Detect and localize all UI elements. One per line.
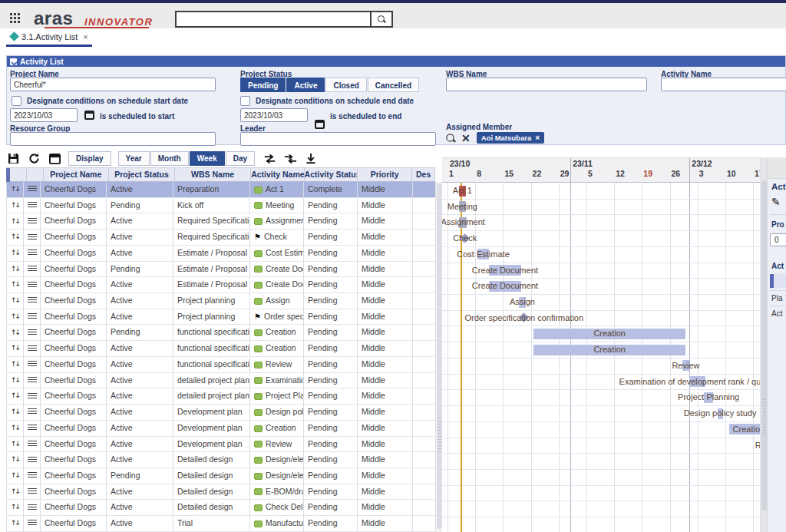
table-row[interactable]: ↑↓Cheerful DogsPendingDetailed designDes… (7, 468, 436, 484)
row-drag-handle-icon[interactable]: ↑↓ (11, 277, 19, 292)
column-header-wbs-name[interactable]: WBS Name (175, 168, 251, 181)
row-menu-icon[interactable] (28, 504, 37, 511)
row-menu-icon[interactable] (28, 329, 37, 336)
row-drag-handle-icon[interactable]: ↑↓ (11, 516, 19, 531)
table-row[interactable]: ↑↓Cheerful DogsActivefunctional specific… (7, 341, 436, 357)
row-drag-handle-icon[interactable]: ↑↓ (11, 405, 19, 420)
row-menu-icon[interactable] (28, 457, 37, 464)
row-drag-handle-icon[interactable]: ↑↓ (11, 437, 19, 452)
row-menu-icon[interactable] (28, 186, 37, 193)
calendar-button[interactable] (48, 152, 61, 166)
timescale-year-button[interactable]: Year (118, 151, 150, 166)
table-row[interactable]: ↑↓Cheerful DogsPendingfunctional specifi… (7, 325, 436, 341)
row-drag-handle-icon[interactable]: ↑↓ (11, 325, 19, 341)
progress-value-input[interactable]: 0 (770, 233, 786, 246)
display-button[interactable]: Display (68, 151, 111, 166)
project-status-option-active[interactable]: Active (286, 78, 325, 92)
scroll-to-task-button[interactable] (263, 152, 276, 166)
row-drag-handle-icon[interactable]: ↑↓ (11, 214, 19, 230)
row-drag-handle-icon[interactable]: ↑↓ (11, 500, 19, 515)
row-drag-handle-icon[interactable]: ↑↓ (11, 468, 19, 484)
timescale-day-button[interactable]: Day (226, 151, 255, 166)
row-menu-icon[interactable] (28, 234, 37, 241)
row-menu-icon[interactable] (28, 441, 37, 448)
row-drag-handle-icon[interactable]: ↑↓ (11, 373, 19, 388)
column-header-icon-1[interactable] (27, 168, 44, 181)
activity-name-input[interactable] (661, 78, 786, 91)
row-drag-handle-icon[interactable]: ↑↓ (11, 198, 19, 213)
app-launcher-icon[interactable] (10, 13, 21, 24)
row-drag-handle-icon[interactable]: ↑↓ (11, 246, 19, 261)
global-search-input[interactable] (177, 12, 370, 26)
schedule-end-checkbox[interactable] (240, 96, 250, 106)
row-drag-handle-icon[interactable]: ↑↓ (11, 484, 19, 500)
column-header-project-name[interactable]: Project Name (44, 168, 109, 181)
table-row[interactable]: ↑↓Cheerful DogsActiveProject planningAss… (7, 293, 436, 309)
column-header-project-status[interactable]: Project Status (109, 168, 175, 181)
column-header-priority[interactable]: Priority (358, 168, 412, 181)
row-menu-icon[interactable] (28, 218, 37, 225)
row-drag-handle-icon[interactable]: ↑↓ (11, 293, 19, 309)
row-menu-icon[interactable] (28, 488, 37, 495)
tab-close-icon[interactable]: × (83, 32, 88, 41)
row-menu-icon[interactable] (28, 202, 37, 209)
table-row[interactable]: ↑↓Cheerful DogsActivePreparationAct 1Com… (7, 182, 436, 198)
schedule-start-checkbox[interactable] (12, 96, 21, 106)
table-row[interactable]: ↑↓Cheerful DogsActiveProject planning⚑Or… (7, 309, 436, 325)
row-menu-icon[interactable] (28, 408, 37, 415)
table-row[interactable]: ↑↓Cheerful DogsActivefunctional specific… (7, 357, 436, 373)
search-button[interactable] (370, 12, 391, 26)
table-row[interactable]: ↑↓Cheerful DogsActiveDevelopment planCre… (7, 421, 436, 437)
project-status-option-pending[interactable]: Pending (240, 78, 286, 92)
column-header-activity-name[interactable]: Activity Name (251, 168, 304, 181)
row-drag-handle-icon[interactable]: ↑↓ (11, 341, 19, 356)
row-menu-icon[interactable] (28, 472, 37, 479)
row-drag-handle-icon[interactable]: ↑↓ (11, 388, 19, 404)
row-menu-icon[interactable] (28, 313, 37, 320)
row-drag-handle-icon[interactable]: ↑↓ (11, 262, 19, 277)
end-date-calendar-icon[interactable] (315, 120, 325, 129)
edit-pencil-icon[interactable]: ✎ (771, 196, 781, 208)
row-menu-icon[interactable] (28, 266, 37, 273)
project-status-option-closed[interactable]: Closed (325, 78, 366, 92)
schedule-end-date-input[interactable] (240, 108, 308, 122)
row-menu-icon[interactable] (28, 377, 37, 384)
table-row[interactable]: ↑↓Cheerful DogsActiveDetailed designChec… (7, 500, 436, 516)
export-button[interactable] (304, 152, 318, 166)
row-drag-handle-icon[interactable]: ↑↓ (11, 357, 19, 372)
timescale-month-button[interactable]: Month (150, 151, 189, 166)
table-row[interactable]: ↑↓Cheerful DogsActiveDetailed designE-BO… (7, 484, 436, 501)
row-drag-handle-icon[interactable]: ↑↓ (11, 182, 19, 197)
row-menu-icon[interactable] (28, 249, 37, 256)
table-row[interactable]: ↑↓Cheerful DogsActiveDevelopment planDes… (7, 405, 436, 421)
member-search-icon[interactable] (445, 133, 456, 144)
row-drag-handle-icon[interactable]: ↑↓ (11, 230, 19, 245)
tab-activity-list[interactable]: 3.1.Activity List × (6, 28, 93, 45)
table-row[interactable]: ↑↓Cheerful DogsActiveEstimate / Proposal… (7, 277, 436, 293)
table-row[interactable]: ↑↓Cheerful DogsActiveRequired Specificat… (7, 230, 436, 246)
column-header-activity-status[interactable]: Activity Status (305, 168, 358, 181)
table-row[interactable]: ↑↓Cheerful DogsActiveRequired Specificat… (7, 213, 436, 230)
table-scrollbar-thumb[interactable] (437, 183, 442, 529)
scroll-to-today-button[interactable] (283, 152, 297, 166)
column-header-icon-0[interactable] (10, 168, 27, 181)
table-row[interactable]: ↑↓Cheerful DogsPendingEstimate / Proposa… (7, 262, 436, 278)
member-clear-icon[interactable]: ✕ (461, 134, 471, 143)
project-name-input[interactable] (10, 78, 216, 91)
save-button[interactable] (6, 152, 20, 166)
row-menu-icon[interactable] (28, 520, 37, 527)
table-row[interactable]: ↑↓Cheerful DogsActiveEstimate / Proposal… (7, 246, 436, 262)
gantt-scrollbar-thumb[interactable] (761, 180, 767, 511)
table-row[interactable]: ↑↓Cheerful DogsActiveDetailed designDesi… (7, 452, 436, 468)
row-menu-icon[interactable] (28, 297, 37, 304)
refresh-button[interactable] (27, 152, 41, 166)
row-menu-icon[interactable] (28, 345, 37, 352)
table-row[interactable]: ↑↓Cheerful DogsActiveDevelopment planRev… (7, 437, 436, 453)
chip-close-icon[interactable]: × (535, 134, 540, 142)
row-drag-handle-icon[interactable]: ↑↓ (11, 452, 19, 468)
wbs-name-input[interactable] (446, 78, 647, 91)
table-row[interactable]: ↑↓Cheerful DogsActivedetailed project pl… (7, 388, 436, 405)
table-row[interactable]: ↑↓Cheerful DogsPendingKick offMeetingPen… (7, 198, 436, 214)
timescale-week-button[interactable]: Week (190, 151, 225, 166)
table-row[interactable]: ↑↓Cheerful DogsActivedetailed project pl… (7, 373, 436, 389)
